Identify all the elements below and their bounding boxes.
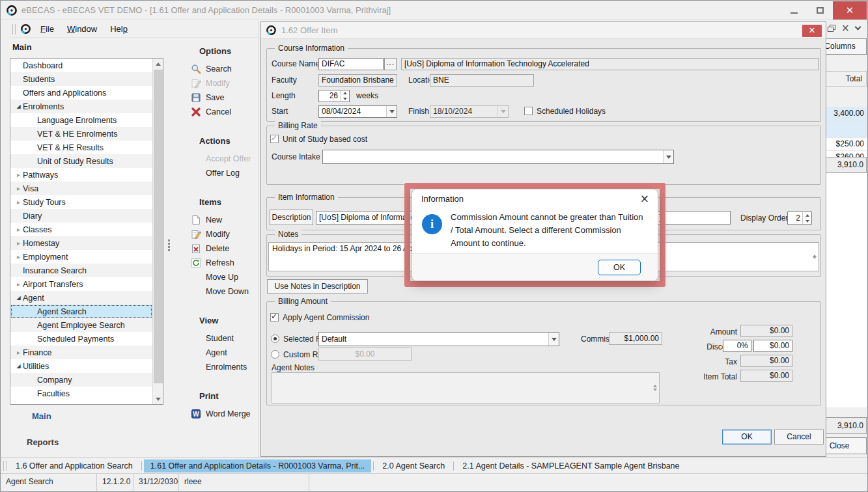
- collapse-icon[interactable]: ◢: [14, 295, 23, 301]
- minimize-button[interactable]: [781, 1, 807, 20]
- expand-icon[interactable]: ▸: [14, 171, 23, 178]
- scroll-down-icon[interactable]: [653, 391, 657, 400]
- restore-icon[interactable]: [828, 25, 835, 32]
- expand-icon[interactable]: ▸: [14, 198, 23, 206]
- spin-down-icon[interactable]: [341, 96, 349, 102]
- dropdown-arrow-icon[interactable]: [548, 333, 559, 346]
- offer-item-close-button[interactable]: ✕: [802, 25, 822, 37]
- use-notes-button[interactable]: Use Notes in Description: [267, 279, 368, 294]
- tree-item-unit-of-study-results[interactable]: Unit of Study Results: [10, 154, 152, 168]
- tree-item-agent-employee-search[interactable]: Agent Employee Search: [10, 318, 152, 332]
- expand-icon[interactable]: ▸: [14, 253, 23, 260]
- tab-2-1-agent-details-sampleagen[interactable]: 2.1 Agent Details - SAMPLEAGENT Sample A…: [456, 459, 686, 472]
- chevron-down-icon[interactable]: [854, 24, 861, 31]
- maximize-button[interactable]: [807, 1, 833, 20]
- mdi-close-icon[interactable]: ×: [841, 24, 850, 32]
- word-merge-button[interactable]: WWord Merge: [184, 407, 258, 421]
- save-button[interactable]: Save: [184, 90, 258, 105]
- close-button[interactable]: ✕: [833, 1, 867, 20]
- new-button[interactable]: New: [184, 213, 258, 227]
- tree-item-enrolments[interactable]: ◢Enrolments: [10, 100, 152, 113]
- splitter-handle[interactable]: [168, 239, 170, 241]
- student-button[interactable]: Student: [184, 331, 258, 346]
- collapse-icon[interactable]: ◢: [14, 363, 23, 369]
- tree-item-language-enrolments[interactable]: Language Enrolments: [10, 113, 152, 127]
- tree-item-scheduled-payments[interactable]: Scheduled Payments: [10, 332, 152, 346]
- tree-item-insurance-search[interactable]: Insurance Search: [10, 264, 152, 277]
- tree-item-agent[interactable]: ◢Agent: [10, 291, 152, 305]
- scrollbar-thumb[interactable]: [154, 70, 163, 383]
- tab-1-6-offer-and-application-sear[interactable]: 1.6 Offer and Application Search: [9, 459, 139, 472]
- tree-item-offers-and-applications[interactable]: Offers and Applications: [10, 86, 152, 100]
- selected-rate-combo[interactable]: Default: [318, 332, 559, 346]
- tree-item-agent-search[interactable]: Agent Search: [10, 305, 152, 318]
- search-button[interactable]: Search: [184, 62, 258, 76]
- scroll-down-icon[interactable]: [813, 259, 817, 268]
- tree-item-pathways[interactable]: ▸Pathways: [10, 168, 152, 182]
- tree-item-students[interactable]: Students: [10, 72, 152, 86]
- cancel-button[interactable]: Cancel: [774, 430, 824, 444]
- dialog-ok-button[interactable]: OK: [598, 260, 641, 275]
- discount-amount-field[interactable]: $0.00: [753, 340, 792, 352]
- scroll-down-icon[interactable]: [153, 394, 163, 404]
- discount-percent-field[interactable]: 0%: [723, 340, 751, 352]
- course-intake-combo[interactable]: [322, 150, 674, 164]
- modify-button[interactable]: Modify: [184, 227, 258, 241]
- tree-item-study-tours[interactable]: ▸Study Tours: [10, 195, 152, 209]
- collapse-icon[interactable]: ◢: [14, 103, 23, 109]
- delete-button[interactable]: Delete: [184, 241, 258, 256]
- ok-button[interactable]: OK: [722, 430, 772, 444]
- spin-down-icon[interactable]: [803, 218, 811, 224]
- expand-icon[interactable]: ▸: [14, 226, 23, 233]
- cancel-button[interactable]: Cancel: [184, 105, 258, 119]
- sidebar-footer-reports[interactable]: Reports: [27, 437, 59, 447]
- tree-item-company[interactable]: Company: [10, 373, 152, 387]
- expand-icon[interactable]: ▸: [14, 239, 23, 247]
- menu-window[interactable]: Window: [61, 22, 104, 36]
- enrolments-button[interactable]: Enrolments: [184, 360, 258, 374]
- expand-icon[interactable]: ▸: [14, 349, 23, 356]
- tree-item-employment[interactable]: ▸Employment: [10, 250, 152, 264]
- tab-1-61-offer-and-application-det[interactable]: 1.61 Offer and Application Details - R00…: [144, 459, 372, 472]
- offer-log-button[interactable]: Offer Log: [184, 166, 258, 180]
- spin-up-icon[interactable]: [803, 212, 811, 218]
- refresh-button[interactable]: Refresh: [184, 256, 258, 270]
- tab-2-0-agent-search[interactable]: 2.0 Agent Search: [376, 459, 451, 472]
- expand-icon[interactable]: ▸: [14, 280, 23, 288]
- spin-up-icon[interactable]: [341, 90, 349, 96]
- start-date-combo[interactable]: 08/04/2024: [318, 105, 397, 118]
- scroll-up-icon[interactable]: [813, 245, 817, 254]
- agent-notes-textarea[interactable]: [272, 372, 660, 403]
- tree-item-vet-he-enrolments[interactable]: VET & HE Enrolments: [10, 127, 152, 141]
- apply-commission-checkbox[interactable]: [270, 313, 279, 321]
- course-name-field[interactable]: DIFAC: [318, 58, 384, 70]
- tree-item-classes[interactable]: ▸Classes: [10, 223, 152, 236]
- tree-item-visa[interactable]: ▸Visa: [10, 182, 152, 195]
- custom-rate-radio[interactable]: [271, 350, 279, 359]
- description-button[interactable]: Description: [270, 210, 313, 225]
- tabbar-grip[interactable]: [3, 461, 7, 471]
- dialog-close-icon[interactable]: ×: [640, 192, 649, 205]
- menu-file[interactable]: File: [34, 22, 61, 36]
- toolbar-grip[interactable]: [12, 24, 16, 34]
- scroll-up-icon[interactable]: [153, 59, 163, 69]
- tree-item-finance[interactable]: ▸Finance: [10, 346, 152, 359]
- move-down-button[interactable]: Move Down: [184, 284, 258, 299]
- tree-item-vet-he-results[interactable]: VET & HE Results: [10, 141, 152, 154]
- tree-item-homestay[interactable]: ▸Homestay: [10, 236, 152, 250]
- scheduled-holidays-checkbox[interactable]: [524, 107, 533, 115]
- length-spinner[interactable]: 26: [318, 90, 350, 102]
- tree-item-diary[interactable]: Diary: [10, 209, 152, 223]
- tree-scrollbar[interactable]: [152, 59, 163, 404]
- display-order-spinner[interactable]: 2: [787, 212, 812, 225]
- dropdown-arrow-icon[interactable]: [386, 106, 397, 117]
- tree-item-faculties[interactable]: Faculties: [10, 387, 152, 400]
- selected-rate-radio[interactable]: [271, 335, 279, 343]
- course-browse-button[interactable]: ...: [384, 58, 397, 70]
- dropdown-arrow-icon[interactable]: [663, 150, 673, 163]
- move-up-button[interactable]: Move Up: [184, 270, 258, 284]
- tree-item-airport-transfers[interactable]: ▸Airport Transfers: [10, 277, 152, 291]
- expand-icon[interactable]: ▸: [14, 185, 23, 192]
- tree-item-utilities[interactable]: ◢Utilities: [10, 359, 152, 373]
- menu-help[interactable]: Help: [104, 22, 134, 36]
